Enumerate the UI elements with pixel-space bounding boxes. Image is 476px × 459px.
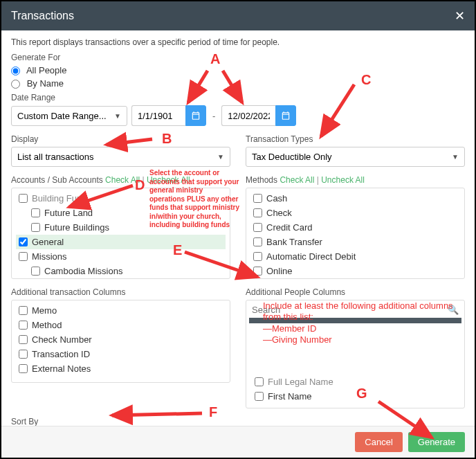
accounts-check-all[interactable]: Check All bbox=[105, 175, 140, 185]
checkbox[interactable] bbox=[253, 194, 262, 203]
methods-list: CashCheckCredit CardBank TransferAutomat… bbox=[246, 188, 465, 279]
list-item[interactable]: Method bbox=[16, 318, 226, 332]
checkbox[interactable] bbox=[19, 194, 28, 203]
list-item[interactable]: Memo bbox=[16, 303, 226, 318]
checkbox[interactable] bbox=[19, 306, 28, 315]
list-item-label: Cash bbox=[266, 193, 287, 204]
modal-body: This report displays transactions over a… bbox=[1, 30, 475, 435]
methods-label: Methods Check All | Uncheck All bbox=[246, 175, 465, 185]
calendar-icon bbox=[191, 111, 201, 120]
list-item-label: Check bbox=[266, 208, 292, 218]
checkbox[interactable] bbox=[31, 267, 40, 276]
checkbox[interactable] bbox=[255, 392, 264, 401]
generate-for-byname-radio[interactable] bbox=[11, 80, 20, 89]
list-item-label: Check Number bbox=[32, 334, 92, 345]
list-item-label: First Name bbox=[268, 391, 312, 402]
checkbox[interactable] bbox=[253, 208, 262, 217]
date-start-calendar-button[interactable] bbox=[185, 105, 206, 126]
date-range-select[interactable]: Custom Date Range... ▼ bbox=[11, 106, 127, 126]
checkbox[interactable] bbox=[253, 223, 262, 232]
list-item[interactable]: Thailand Orphanage bbox=[16, 278, 226, 279]
addl-people-cols-label: Additional People Columns bbox=[246, 287, 465, 297]
checkbox[interactable] bbox=[31, 223, 40, 232]
generate-for-label: Generate For bbox=[11, 53, 465, 62]
checkbox[interactable] bbox=[253, 267, 262, 276]
list-item[interactable]: First Name bbox=[252, 389, 459, 404]
list-item-label: Automatic Direct Debit bbox=[266, 251, 356, 262]
date-end-input[interactable] bbox=[221, 105, 275, 126]
list-item-label: Future Land bbox=[44, 208, 93, 218]
checkbox[interactable] bbox=[19, 252, 28, 261]
checkbox[interactable] bbox=[19, 237, 28, 246]
list-item[interactable]: Future Buildings bbox=[16, 220, 226, 235]
accounts-list: Building FundFuture LandFuture Buildings… bbox=[11, 188, 230, 279]
list-item-label: Online bbox=[266, 266, 293, 276]
methods-check-all[interactable]: Check All bbox=[280, 175, 314, 185]
list-item[interactable]: General bbox=[16, 235, 226, 249]
list-item-label: Missions bbox=[32, 251, 67, 262]
transaction-types-label: Transaction Types bbox=[246, 134, 465, 144]
list-item[interactable]: Credit Card bbox=[250, 220, 460, 235]
display-label: Display bbox=[11, 134, 230, 144]
cancel-button[interactable]: Cancel bbox=[355, 432, 402, 452]
list-item-label: Credit Card bbox=[266, 222, 312, 233]
list-item[interactable]: Transaction ID bbox=[16, 347, 226, 361]
generate-for-all-radio[interactable] bbox=[11, 66, 20, 75]
date-range-label: Date Range bbox=[11, 93, 465, 102]
close-icon[interactable]: ✕ bbox=[455, 8, 465, 24]
list-item[interactable]: Cash bbox=[250, 191, 460, 206]
transaction-types-select[interactable]: Tax Deductible Only ▼ bbox=[246, 147, 465, 167]
transaction-types-value: Tax Deductible Only bbox=[252, 152, 332, 162]
scroll-bar[interactable] bbox=[249, 318, 461, 323]
date-end-calendar-button[interactable] bbox=[275, 105, 296, 126]
chevron-down-icon: ▼ bbox=[217, 153, 224, 161]
list-item[interactable]: Check Number bbox=[16, 332, 226, 347]
addl-txn-cols-list: MemoMethodCheck NumberTransaction IDExte… bbox=[11, 300, 230, 383]
list-item[interactable]: Future Land bbox=[16, 206, 226, 220]
calendar-icon bbox=[281, 111, 291, 120]
list-item[interactable]: Cambodia Missions bbox=[16, 264, 226, 278]
list-item-label: Memo bbox=[32, 305, 57, 316]
list-item[interactable]: Check bbox=[250, 206, 460, 220]
modal-title: Transactions bbox=[11, 10, 74, 22]
methods-uncheck-all[interactable]: Uncheck All bbox=[321, 175, 365, 185]
list-item[interactable]: Bank Transfer bbox=[250, 235, 460, 249]
list-item[interactable]: Missions bbox=[16, 249, 226, 264]
checkbox[interactable] bbox=[19, 321, 28, 330]
list-item-label: Future Buildings bbox=[44, 222, 109, 233]
list-item-label: Building Fund bbox=[32, 193, 87, 204]
checkbox[interactable] bbox=[253, 237, 262, 246]
list-item[interactable]: Automatic Direct Debit bbox=[250, 249, 460, 264]
list-item-label: Method bbox=[32, 320, 62, 330]
generate-for-all-label: All People bbox=[26, 65, 67, 75]
list-item-label: External Notes bbox=[32, 363, 91, 374]
list-item-label: Transaction ID bbox=[32, 349, 90, 359]
date-dash: - bbox=[212, 111, 215, 121]
people-cols-search-input[interactable] bbox=[252, 305, 448, 315]
checkbox[interactable] bbox=[31, 208, 40, 217]
checkbox[interactable] bbox=[253, 252, 262, 261]
list-item-label: General bbox=[32, 237, 64, 247]
list-item-label: Cambodia Missions bbox=[44, 266, 122, 276]
checkbox[interactable] bbox=[19, 335, 28, 344]
search-icon: 🔍 bbox=[448, 305, 459, 315]
modal-header: Transactions ✕ bbox=[1, 1, 475, 30]
report-description: This report displays transactions over a… bbox=[11, 37, 465, 47]
checkbox[interactable] bbox=[19, 364, 28, 373]
accounts-label: Accounts / Sub Accounts Check All | Unch… bbox=[11, 175, 230, 185]
list-item[interactable]: Online bbox=[250, 264, 460, 278]
date-start-input[interactable] bbox=[131, 105, 185, 126]
display-select[interactable]: List all transactions ▼ bbox=[11, 147, 230, 167]
accounts-uncheck-all[interactable]: Uncheck All bbox=[147, 175, 190, 185]
generate-button[interactable]: Generate bbox=[408, 432, 465, 452]
list-item[interactable]: External Notes bbox=[16, 361, 226, 376]
addl-txn-cols-label: Additional transaction Columns bbox=[11, 287, 230, 297]
list-item[interactable]: Full Legal Name bbox=[252, 375, 459, 389]
display-select-value: List all transactions bbox=[17, 152, 94, 162]
list-item[interactable]: Building Fund bbox=[16, 191, 226, 206]
checkbox[interactable] bbox=[19, 350, 28, 359]
people-cols-panel: 🔍 Full Legal NameFirst Name bbox=[246, 300, 465, 408]
checkbox[interactable] bbox=[255, 377, 264, 386]
list-item-label: Bank Transfer bbox=[266, 237, 322, 247]
chevron-down-icon: ▼ bbox=[114, 112, 121, 120]
